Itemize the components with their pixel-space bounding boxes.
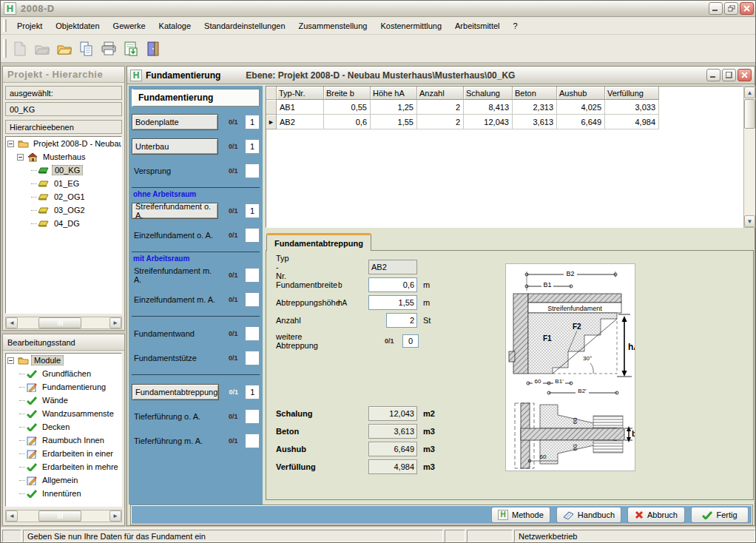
col-hoehe[interactable]: Höhe hA bbox=[371, 87, 417, 100]
tree-item-musterhaus[interactable]: Musterhaus bbox=[6, 150, 121, 163]
hierarchy-hscrollbar[interactable]: ◄ ► bbox=[5, 317, 122, 329]
tree-item-00kg[interactable]: 00_KG bbox=[6, 163, 121, 177]
tree-item-project[interactable]: Projekt 2008-D - Neubau bbox=[6, 137, 121, 150]
nav-item-unterbau[interactable]: Unterbau 0/1 1 bbox=[132, 138, 260, 155]
nav-item-einzelfundament-oa[interactable]: Einzelfundament o. A. 0/1 bbox=[132, 227, 260, 243]
module-close-button[interactable] bbox=[738, 69, 752, 81]
table-row-selected[interactable]: ► AB2 0,6 1,55 2 12,043 3,613 6,649 4,98… bbox=[266, 115, 743, 129]
col-typ-nr[interactable]: Typ-Nr. bbox=[277, 87, 324, 100]
col-schalung[interactable]: Schalung bbox=[464, 87, 513, 100]
tree-item-innentueren[interactable]: Innentüren bbox=[6, 487, 121, 500]
tab-fundamentabtreppung[interactable]: Fundamentabtreppung bbox=[266, 233, 371, 251]
scroll-up-icon[interactable]: ▲ bbox=[744, 87, 755, 98]
nav-item-einzelfundament-ma[interactable]: Einzelfundament m. A. 0/1 bbox=[132, 291, 260, 308]
collapse-icon[interactable] bbox=[7, 357, 14, 364]
restore-button[interactable] bbox=[724, 2, 738, 15]
fertig-button[interactable]: Fertig bbox=[691, 507, 749, 523]
collapse-icon[interactable] bbox=[17, 154, 24, 161]
module-minimize-button[interactable] bbox=[706, 69, 720, 81]
tree-item-waende[interactable]: Wände bbox=[6, 394, 121, 407]
menu-help[interactable]: ? bbox=[507, 19, 524, 33]
count-box[interactable] bbox=[245, 292, 260, 307]
menu-kataloge[interactable]: Kataloge bbox=[152, 19, 198, 33]
print-icon[interactable] bbox=[99, 39, 118, 58]
tree-item-03og2[interactable]: 03_OG2 bbox=[6, 203, 121, 217]
row-selector[interactable] bbox=[266, 100, 277, 115]
scroll-down-icon[interactable]: ▼ bbox=[744, 215, 755, 227]
tree-item-decken[interactable]: Decken bbox=[6, 420, 121, 434]
scroll-thumb[interactable] bbox=[744, 99, 755, 129]
abtreppungshoehe-input[interactable]: 1,55 bbox=[368, 295, 417, 310]
tree-item-wandzusammenstellung[interactable]: Wandzusammenste bbox=[6, 407, 121, 420]
nav-item-versprung[interactable]: Versprung 0/1 bbox=[132, 163, 260, 179]
copy-icon[interactable] bbox=[77, 39, 96, 58]
minimize-button[interactable] bbox=[709, 2, 723, 15]
tree-item-04dg[interactable]: 04_DG bbox=[6, 217, 121, 230]
nav-item-fundamentwand[interactable]: Fundamentwand 0/1 bbox=[132, 326, 260, 342]
col-anzahl[interactable]: Anzahl bbox=[417, 87, 464, 100]
scroll-thumb[interactable] bbox=[38, 510, 81, 522]
count-box[interactable] bbox=[245, 163, 260, 178]
abbruch-button[interactable]: Abbruch bbox=[627, 507, 685, 523]
nav-item-fundamentabtreppung[interactable]: Fundamentabtreppung 0/1 1 bbox=[132, 384, 260, 400]
col-aushub[interactable]: Aushub bbox=[557, 87, 605, 100]
table-row[interactable]: AB1 0,55 1,25 2 8,413 2,313 4,025 3,033 bbox=[266, 100, 743, 115]
count-box[interactable]: 1 bbox=[245, 203, 260, 218]
scroll-left-icon[interactable]: ◄ bbox=[6, 317, 18, 328]
tree-item-fundamentierung[interactable]: Fundamentierung bbox=[6, 380, 121, 394]
tree-item-grundflaechen[interactable]: Grundflächen bbox=[6, 367, 121, 380]
tree-item-02og1[interactable]: 02_OG1 bbox=[6, 190, 121, 203]
open-folder-icon[interactable] bbox=[55, 39, 74, 58]
modules-hscrollbar[interactable]: ◄ ► bbox=[5, 510, 122, 522]
scroll-thumb[interactable] bbox=[38, 317, 81, 328]
scroll-right-icon[interactable]: ► bbox=[109, 317, 121, 328]
menu-standardeinstellungen[interactable]: Standardeinstellungen bbox=[198, 19, 291, 33]
exit-door-icon[interactable] bbox=[144, 39, 163, 58]
collapse-icon[interactable] bbox=[7, 141, 14, 147]
nav-item-fundamentstuetze[interactable]: Fundamentstütze 0/1 bbox=[132, 350, 260, 366]
col-breite[interactable]: Breite b bbox=[324, 87, 371, 100]
nav-item-tieferfuehrung-oa[interactable]: Tieferführung o. A. 0/1 bbox=[132, 408, 260, 425]
menu-kostenermittlung[interactable]: Kostenermittlung bbox=[374, 19, 448, 33]
count-box[interactable]: 1 bbox=[245, 115, 260, 129]
nav-item-streifenfundament-ma[interactable]: Streifenfundament m. A. 0/1 bbox=[132, 267, 260, 283]
count-box[interactable]: 1 bbox=[245, 139, 260, 154]
weitere-abtreppung-input[interactable]: 0 bbox=[402, 334, 419, 348]
count-box[interactable] bbox=[245, 268, 260, 283]
menu-arbeitsmittel[interactable]: Arbeitsmittel bbox=[448, 19, 507, 33]
row-selector-marker[interactable]: ► bbox=[266, 115, 277, 129]
col-verfuellung[interactable]: Verfüllung bbox=[605, 87, 659, 100]
export-sheet-icon[interactable] bbox=[121, 39, 141, 58]
col-beton[interactable]: Beton bbox=[513, 87, 557, 100]
count-box[interactable] bbox=[245, 228, 260, 243]
tree-item-erdarbeiten-mehreren[interactable]: Erdarbeiten in mehre bbox=[6, 460, 121, 473]
menu-objektdaten[interactable]: Objektdaten bbox=[49, 19, 106, 33]
nav-item-bodenplatte[interactable]: Bodenplatte 0/1 1 bbox=[132, 114, 260, 130]
count-box[interactable] bbox=[245, 326, 260, 341]
menu-gewerke[interactable]: Gewerke bbox=[107, 19, 152, 33]
nav-item-tieferfuehrung-ma[interactable]: Tieferführung m. A. 0/1 bbox=[132, 433, 260, 449]
tree-item-allgemein[interactable]: Allgemein bbox=[6, 473, 121, 487]
count-box[interactable]: 1 bbox=[245, 385, 260, 399]
menu-projekt[interactable]: Projekt bbox=[10, 19, 49, 33]
new-document-icon[interactable] bbox=[10, 39, 30, 58]
scroll-left-icon[interactable]: ◄ bbox=[6, 510, 18, 522]
handbuch-button[interactable]: Handbuch bbox=[556, 507, 621, 523]
module-maximize-button[interactable] bbox=[722, 69, 736, 81]
menu-zusammenstellung[interactable]: Zusammenstellung bbox=[292, 19, 374, 33]
table-vscrollbar[interactable]: ▲ ▼ bbox=[743, 86, 756, 228]
fundamentbreite-input[interactable]: 0,6 bbox=[368, 277, 417, 292]
open-project-icon[interactable] bbox=[33, 39, 52, 58]
anzahl-input[interactable]: 2 bbox=[386, 313, 417, 328]
count-box[interactable] bbox=[245, 409, 260, 424]
tree-item-erdarbeiten-einer[interactable]: Erdarbeiten in einer bbox=[6, 447, 121, 460]
count-box[interactable] bbox=[245, 351, 260, 365]
methode-button[interactable]: H Methode bbox=[491, 507, 550, 523]
scroll-right-icon[interactable]: ► bbox=[109, 510, 121, 522]
tree-item-module[interactable]: Module bbox=[6, 354, 121, 367]
tree-item-01eg[interactable]: 01_EG bbox=[6, 177, 121, 190]
tree-item-raumbuch[interactable]: Raumbuch Innen bbox=[6, 434, 121, 447]
close-button[interactable] bbox=[740, 2, 754, 15]
nav-item-streifenfundament-oa[interactable]: Streifenfundament o. A. 0/1 1 bbox=[132, 203, 260, 219]
count-box[interactable] bbox=[245, 434, 260, 448]
